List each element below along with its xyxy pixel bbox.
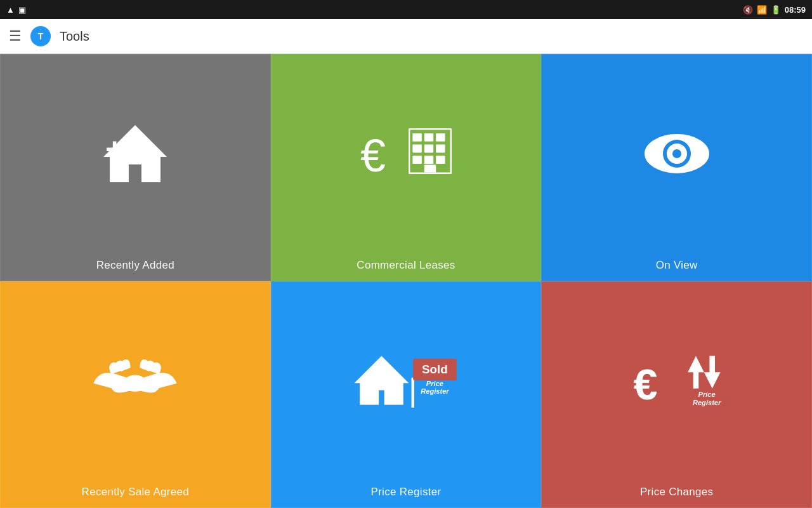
tile-price-register[interactable]: Sold Price Register Price Register: [271, 281, 542, 509]
svg-text:€: €: [360, 130, 386, 181]
recently-added-icon: +: [1, 55, 270, 253]
svg-rect-12: [436, 144, 445, 152]
svg-marker-31: [704, 356, 721, 389]
svg-rect-24: [412, 378, 414, 408]
tile-grid: + Recently Added €: [0, 54, 812, 508]
app-logo: T: [30, 26, 51, 46]
svg-point-22: [124, 375, 148, 392]
commercial-leases-label: Commercial Leases: [272, 253, 541, 281]
price-changes-label: Price Changes: [542, 479, 811, 507]
svg-rect-14: [424, 156, 433, 164]
wifi-icon: 📶: [757, 5, 767, 15]
tile-recently-sale-agreed[interactable]: Recently Sale Agreed: [0, 281, 271, 509]
commercial-leases-icon: €: [272, 55, 541, 253]
svg-rect-16: [424, 164, 436, 172]
tile-commercial-leases[interactable]: € Commercial Leases: [271, 54, 542, 281]
recently-sale-agreed-icon: [1, 282, 270, 480]
svg-text:€: €: [633, 360, 657, 409]
svg-text:+: +: [105, 131, 124, 167]
time-display: 08:59: [785, 5, 806, 15]
svg-rect-8: [424, 133, 433, 142]
svg-rect-9: [436, 133, 445, 142]
tile-recently-added[interactable]: + Recently Added: [0, 54, 271, 281]
mute-icon: 🔇: [743, 5, 753, 15]
svg-text:Sold: Sold: [422, 363, 448, 376]
menu-icon[interactable]: ☰: [9, 28, 22, 44]
svg-rect-11: [424, 144, 433, 152]
battery-icon: 🔋: [771, 5, 781, 15]
image-icon: ▣: [18, 5, 26, 15]
svg-text:Price: Price: [698, 391, 715, 398]
svg-point-21: [672, 149, 681, 158]
status-bar: ▲ ▣ 🔇 📶 🔋 08:59: [0, 0, 812, 19]
svg-rect-15: [436, 156, 445, 164]
svg-text:Price: Price: [426, 380, 443, 387]
recently-sale-agreed-label: Recently Sale Agreed: [1, 479, 270, 507]
svg-text:Register: Register: [421, 387, 449, 395]
svg-rect-13: [412, 156, 421, 164]
app-title: Tools: [60, 29, 89, 44]
tile-price-changes[interactable]: € Price Register Price Changes: [541, 281, 812, 509]
price-changes-icon: € Price Register: [542, 282, 811, 480]
toolbar: ☰ T Tools: [0, 19, 812, 54]
price-register-label: Price Register: [272, 479, 541, 507]
svg-marker-23: [355, 356, 409, 405]
svg-rect-10: [412, 144, 421, 152]
on-view-icon: [542, 55, 811, 253]
notification-icon: ▲: [6, 5, 15, 15]
on-view-label: On View: [542, 253, 811, 281]
price-register-icon: Sold Price Register: [272, 282, 541, 480]
svg-rect-7: [412, 133, 421, 142]
tile-on-view[interactable]: On View: [541, 54, 812, 281]
svg-marker-30: [688, 356, 704, 389]
status-left-icons: ▲ ▣: [6, 5, 26, 15]
status-right-icons: 🔇 📶 🔋 08:59: [743, 5, 806, 15]
svg-text:T: T: [38, 31, 44, 41]
svg-text:Register: Register: [693, 399, 721, 406]
recently-added-label: Recently Added: [1, 253, 270, 281]
